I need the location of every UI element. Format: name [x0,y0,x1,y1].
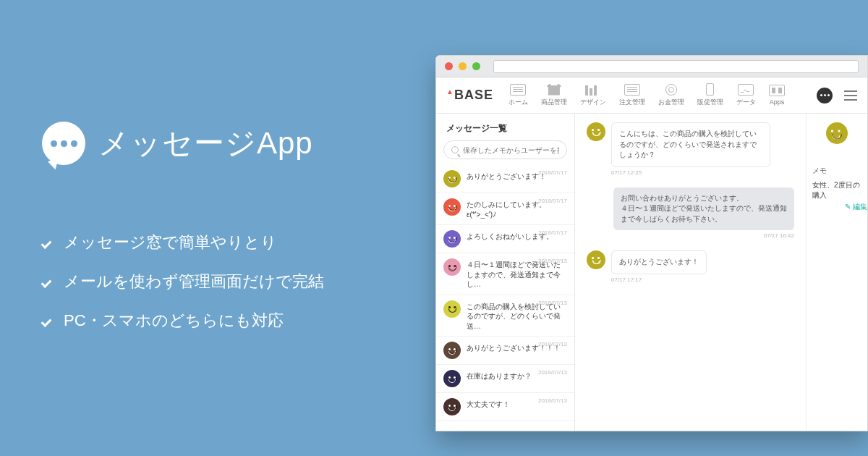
orders-icon [624,84,640,96]
window-titlebar [436,56,867,77]
avatar [443,398,461,415]
money-icon [665,84,677,96]
timestamp: 07/17 12:25 [611,169,770,176]
nav-design[interactable]: デザイン [575,84,611,107]
close-dot[interactable] [445,62,453,70]
customer-avatar [826,122,848,144]
message-incoming: ありがとうございます！ [611,250,707,274]
list-item[interactable]: 在庫はありますか？ 2018/07/13 [436,365,574,393]
avatar [443,198,461,216]
apps-icon [769,85,785,96]
shirt-icon [547,84,561,96]
promo-icon [706,83,714,96]
chat-bubble-icon [42,122,85,165]
list-item[interactable]: ありがとうございます！ 2018/07/17 [436,165,574,193]
list-item-date: 2018/07/13 [538,397,567,404]
memo-label: メモ [812,166,861,176]
avatar [587,250,605,269]
message-incoming: こんにちは、この商品の購入を検討しているのですが、どのくらいで発送されますでしょ… [611,122,770,167]
nav-promo[interactable]: 販促管理 [692,83,728,107]
chat-icon[interactable] [817,88,833,104]
list-item-date: 2018/07/13 [538,300,567,306]
list-item-date: 2018/07/13 [538,369,567,376]
avatar [443,300,461,318]
list-item-date: 2018/07/13 [538,258,567,264]
avatar [443,170,461,187]
avatar [443,258,461,276]
list-item[interactable]: ありがとうございます！！！ 2018/07/13 [436,337,574,365]
hamburger-icon[interactable] [844,90,857,101]
nav-orders[interactable]: 注文管理 [614,84,650,107]
avatar [443,342,461,359]
check-icon [42,236,55,249]
message-outgoing: お問い合わせありがとうございます。 ４日〜１週間ほどで発送いたしますので、発送通… [613,187,794,231]
data-icon [738,84,754,96]
feature-3: PC・スマホのどちらにも対応 [64,310,284,332]
nav-money[interactable]: お金管理 [653,84,689,107]
search-input[interactable] [463,146,559,154]
search-icon [451,146,459,153]
memo-body: 女性、2度目の購入 [812,180,861,200]
search-box[interactable] [443,140,567,159]
brand-logo[interactable]: ▲BASE [446,88,493,103]
feature-2: メールを使わず管理画面だけで完結 [64,271,324,292]
avatar [587,122,605,141]
avatar [443,370,461,387]
nav-apps[interactable]: Apps [764,85,790,106]
avatar [443,230,461,248]
home-icon [510,84,526,96]
sliders-icon [585,84,601,96]
top-nav: ▲BASE ホーム 商品管理 デザイン 注文管理 お金管理 販促管理 データ A… [436,77,867,114]
list-item[interactable]: たのしみにしています。ε(*'>_<')ﾉ 2018/07/17 [436,193,574,225]
list-item[interactable]: 大丈夫です！ 2018/07/13 [436,393,574,421]
list-item-date: 2018/07/17 [538,198,567,204]
timestamp: 07/17 17:17 [611,276,707,283]
nav-products[interactable]: 商品管理 [536,84,572,107]
timestamp: 07/17 16:42 [764,232,794,239]
check-icon [42,314,55,327]
app-window: ▲BASE ホーム 商品管理 デザイン 注文管理 お金管理 販促管理 データ A… [435,55,868,431]
list-item-date: 2018/07/17 [538,169,567,176]
nav-home[interactable]: ホーム [503,84,533,107]
list-item[interactable]: この商品の購入を検討しているのですが、どのくらいで発送… 2018/07/13 [436,295,574,337]
list-item[interactable]: ４日〜１週間ほどで発送いたしますので、発送通知まで今し… 2018/07/13 [436,253,574,295]
check-icon [42,275,55,288]
feature-1: メッセージ窓で簡単やりとり [64,232,277,253]
maximize-dot[interactable] [472,62,480,70]
edit-memo-button[interactable]: ✎ 編集 [845,202,867,212]
list-item-date: 2018/07/13 [538,341,567,347]
list-item-date: 2018/07/17 [538,229,567,236]
list-item[interactable]: よろしくおねがいします。 2018/07/17 [436,225,574,253]
minimize-dot[interactable] [459,62,467,70]
url-bar[interactable] [493,60,859,73]
sidebar-title: メッセージ一覧 [436,114,574,140]
hero-title: メッセージApp [98,123,313,164]
nav-data[interactable]: データ [731,84,761,107]
